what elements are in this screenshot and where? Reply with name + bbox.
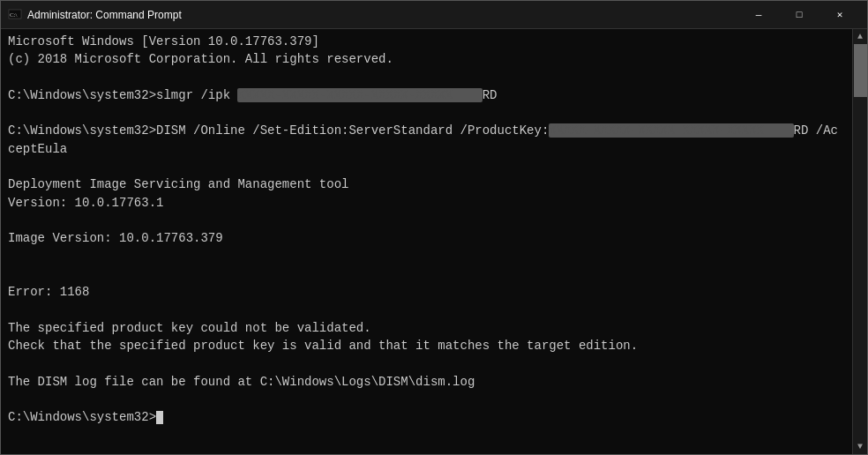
prompt-line: C:\Windows\system32> [8,408,845,426]
cmd-icon: C:\ [8,8,22,22]
scrollbar-track[interactable] [853,44,868,439]
title-bar: C:\ Administrator: Command Prompt — □ ✕ [1,1,867,29]
list-item: Error: 1168 [8,283,845,301]
list-item [8,158,845,175]
list-item [8,104,845,122]
list-item: Microsoft Windows [Version 10.0.17763.37… [8,33,845,50]
scroll-up-button[interactable]: ▲ [853,29,868,44]
scroll-down-button[interactable]: ▼ [853,439,868,454]
list-item: Image Version: 10.0.17763.379 [8,229,845,247]
window-controls: — □ ✕ [738,1,860,29]
list-item: Check that the specified product key is … [8,337,845,354]
cmd-window: C:\ Administrator: Command Prompt — □ ✕ … [0,0,868,455]
list-item: The DISM log file can be found at C:\Win… [8,373,845,391]
maximize-button[interactable]: □ [779,1,819,29]
redacted-key-2: XXXXX-XXXXX-XXXXX-XXXXX-XXXXX [549,123,793,138]
window-title: Administrator: Command Prompt [27,9,738,21]
list-item [8,212,845,229]
list-item [8,69,845,86]
list-item [8,248,845,265]
list-item: (c) 2018 Microsoft Corporation. All righ… [8,50,845,68]
scrollbar[interactable]: ▲ ▼ [852,29,867,454]
list-item: Version: 10.0.17763.1 [8,194,845,212]
list-item: The specified product key could not be v… [8,319,845,337]
list-item [8,391,845,408]
list-item [8,354,845,372]
content-area: Microsoft Windows [Version 10.0.17763.37… [1,29,867,454]
list-item: C:\Windows\system32>slmgr /ipk XXXXX-XXX… [8,86,845,104]
terminal-output[interactable]: Microsoft Windows [Version 10.0.17763.37… [1,29,852,454]
minimize-button[interactable]: — [738,1,779,29]
scrollbar-thumb[interactable] [854,44,867,97]
svg-text:C:\: C:\ [10,11,18,19]
list-item [8,301,845,318]
list-item: C:\Windows\system32>DISM /Online /Set-Ed… [8,122,845,158]
list-item [8,265,845,283]
cursor [156,411,163,424]
close-button[interactable]: ✕ [819,1,860,29]
redacted-key: XXXXX-XXXXX-XXXXX-XXXXX-XXXXX [237,88,482,102]
list-item: Deployment Image Servicing and Managemen… [8,175,845,193]
